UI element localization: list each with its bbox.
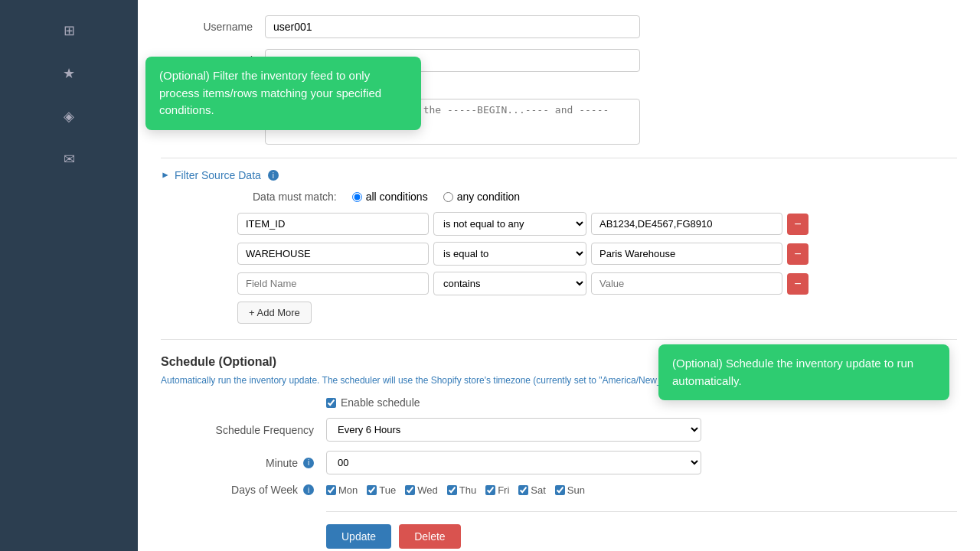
any-condition-option[interactable]: any condition [443,191,521,203]
sunday-label: Sun [567,484,585,496]
thursday-label: Thu [459,484,476,496]
update-button[interactable]: Update [326,524,391,549]
feed-icon[interactable]: ◈ [54,101,84,132]
minute-group: Minute i 00 15 30 45 [161,451,957,474]
enable-schedule-label: Enable schedule [341,396,420,409]
data-match-row: Data must match: all conditions any cond… [253,191,957,203]
sidebar: ⊞ ★ ◈ ✉ [0,0,138,551]
frequency-select[interactable]: Every 6 Hours Every Hour Every 2 Hours E… [326,418,701,442]
grid-icon[interactable]: ⊞ [54,15,84,46]
filter-section: Filter Source Data i Data must match: al… [161,169,957,324]
sunday-checkbox[interactable] [555,485,565,495]
all-conditions-radio[interactable] [352,192,362,202]
divider-1 [161,158,957,158]
data-match-label: Data must match: [253,191,337,203]
add-more-button[interactable]: + Add More [237,302,312,324]
wednesday-check: Wed [405,484,438,496]
tuesday-label: Tue [379,484,396,496]
filter-operator-1[interactable]: is not equal to any is equal to contains… [433,212,586,236]
minute-select[interactable]: 00 15 30 45 [326,451,701,474]
thursday-check: Thu [447,484,476,496]
monday-label: Mon [338,484,358,496]
username-group: Username [161,15,957,38]
wednesday-label: Wed [417,484,438,496]
saturday-check: Sat [518,484,546,496]
days-of-week-row: Days of Week i Mon Tue Wed Thu [161,484,957,496]
frequency-label: Schedule Frequency [161,424,314,436]
remove-filter-1-button[interactable]: − [787,214,808,235]
frequency-group: Schedule Frequency Every 6 Hours Every H… [161,418,957,442]
minute-label: Minute i [161,457,314,469]
filter-value-3[interactable] [591,272,782,295]
add-more-label: + Add More [249,307,300,318]
filter-field-1[interactable] [237,213,429,235]
enable-schedule-checkbox[interactable] [326,398,336,408]
filter-field-2[interactable] [237,243,429,265]
filter-value-2[interactable] [591,243,782,265]
filter-row-3: is not equal to any is equal to contains… [237,272,957,295]
monday-check: Mon [326,484,358,496]
filter-row-2: is not equal to any is equal to contains… [237,242,957,266]
username-label: Username [161,21,253,33]
filter-toggle[interactable]: Filter Source Data i [161,169,957,181]
saturday-label: Sat [531,484,546,496]
action-row: Update Delete [326,511,957,549]
any-condition-radio[interactable] [443,192,453,202]
schedule-tooltip-bubble: (Optional) Schedule the inventory update… [658,344,949,400]
filter-field-3[interactable] [237,272,429,295]
mail-icon[interactable]: ✉ [54,144,84,174]
filter-info-icon[interactable]: i [268,170,279,181]
friday-checkbox[interactable] [485,485,495,495]
monday-checkbox[interactable] [326,485,336,495]
days-checkboxes: Mon Tue Wed Thu Fri [326,484,585,496]
filter-tooltip-bubble: (Optional) Filter the inventory feed to … [145,57,421,130]
divider-2 [161,339,957,340]
friday-check: Fri [485,484,509,496]
svg-marker-0 [162,172,168,178]
filter-toggle-label: Filter Source Data [175,169,261,181]
main-content: (Optional) Filter the inventory feed to … [138,0,980,551]
remove-filter-2-button[interactable]: − [787,243,808,265]
tuesday-checkbox[interactable] [367,485,377,495]
wednesday-checkbox[interactable] [405,485,415,495]
friday-label: Fri [498,484,509,496]
days-label: Days of Week i [161,484,314,496]
minute-info-icon[interactable]: i [303,458,314,468]
saturday-checkbox[interactable] [518,485,528,495]
any-condition-label: any condition [457,191,521,203]
username-input[interactable] [265,15,640,38]
filter-row-1: is not equal to any is equal to contains… [237,212,957,236]
thursday-checkbox[interactable] [447,485,457,495]
delete-button[interactable]: Delete [399,524,460,549]
tuesday-check: Tue [367,484,396,496]
remove-filter-3-button[interactable]: − [787,273,808,295]
sunday-check: Sun [555,484,585,496]
days-info-icon[interactable]: i [303,484,314,495]
filter-operator-2[interactable]: is not equal to any is equal to contains… [433,242,586,266]
filter-operator-3[interactable]: is not equal to any is equal to contains… [433,272,586,295]
filter-value-1[interactable] [591,213,782,235]
all-conditions-option[interactable]: all conditions [352,191,428,203]
all-conditions-label: all conditions [366,191,428,203]
star-icon[interactable]: ★ [54,58,84,89]
